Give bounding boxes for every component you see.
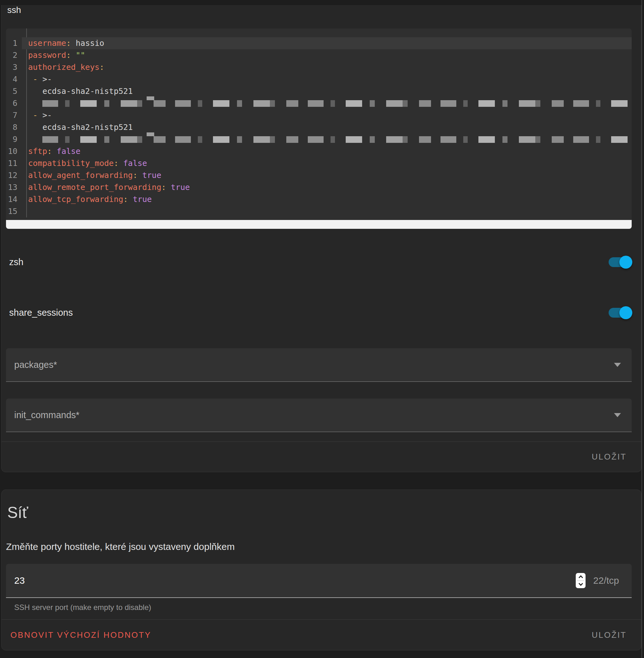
editor-line[interactable]: 7 - >- [6,109,632,121]
line-number: 6 [6,97,22,109]
code-token [128,194,133,205]
port-input-row: 22/tcp [6,564,632,598]
editor-line[interactable]: 15 [6,205,632,218]
code-token [137,169,142,181]
network-card: Síť Změňte porty hostitele, které jsou v… [1,490,642,651]
number-stepper-icon[interactable] [576,573,585,588]
toggle-thumb [619,256,632,269]
editor-line[interactable]: 8 ecdsa-sha2-nistp521 [6,121,632,133]
line-number: 11 [6,157,22,169]
code-token: - [33,73,38,85]
code-token: sftp [28,145,47,157]
editor-line[interactable]: 1username: hassio [6,37,632,49]
code-token: - [33,109,38,121]
code-content: ecdsa-sha2-nistp521 [22,121,632,133]
code-token: : [133,169,137,181]
code-token: false [123,157,147,169]
code-token: : [99,61,104,73]
editor-line[interactable]: 5 ecdsa-sha2-nistp521 [6,85,632,97]
container-port-suffix: 22/tcp [593,575,619,586]
port-helper-text: SSH server port (make empty to disable) [14,603,632,612]
code-content [22,205,632,218]
code-token: ecdsa-sha2-nistp521 [28,121,133,133]
code-token: allow_agent_forwarding [28,169,133,181]
code-content: allow_agent_forwarding: true [22,169,632,181]
code-token [52,145,56,157]
redacted-key-blur [42,100,632,107]
code-content: username: hassio [22,37,632,49]
chevron-down-icon [614,413,621,417]
code-token [71,49,75,61]
ssh-field-label: ssh [7,5,632,15]
editor-line[interactable]: 9 [6,133,632,145]
editor-horizontal-scrollbar[interactable] [6,220,632,229]
line-number: 10 [6,145,22,157]
code-token: "" [76,49,85,61]
code-token: allow_remote_port_forwarding [28,181,161,194]
editor-line[interactable]: 6 [6,97,632,109]
save-config-button[interactable]: ULOŽIT [592,452,627,462]
line-number: 3 [6,61,22,73]
ssh-port-input[interactable] [14,575,576,586]
line-number: 13 [6,181,22,194]
code-token: ecdsa-sha2-nistp521 [28,85,133,97]
network-title: Síť [7,504,632,521]
line-number: 4 [6,73,22,85]
code-token [28,109,33,121]
share-sessions-label: share_sessions [9,308,73,318]
editor-line[interactable]: 2password: "" [6,49,632,61]
yaml-editor-lines: 1username: hassio2password: ""3authorize… [6,28,632,218]
redacted-key-blur [42,136,632,143]
code-token: : [66,49,71,61]
init-commands-select[interactable]: init_commands* [6,399,632,432]
code-token: authorized_keys [28,61,99,73]
line-number: 7 [6,109,22,121]
init-commands-select-label: init_commands* [14,410,79,420]
code-content [22,133,632,145]
code-content: - >- [22,109,632,121]
code-token [118,157,123,169]
network-description: Změňte porty hostitele, které jsou vysta… [6,541,632,552]
code-token: : [114,157,118,169]
line-number: 9 [6,133,22,145]
chevron-up-icon [579,575,583,580]
network-card-footer: OBNOVIT VÝCHOZÍ HODNOTY ULOŽIT [2,619,641,650]
editor-line[interactable]: 11compatibility_mode: false [6,157,632,169]
code-token: : [123,194,128,205]
editor-line[interactable]: 4 - >- [6,73,632,85]
share-sessions-toggle-row: share_sessions [6,297,632,328]
line-number: 5 [6,85,22,97]
code-token: : [161,181,166,194]
chevron-down-icon [579,582,583,586]
code-token: compatibility_mode [28,157,114,169]
code-content: ecdsa-sha2-nistp521 [22,85,632,97]
editor-line[interactable]: 3authorized_keys: [6,61,632,73]
line-number: 2 [6,49,22,61]
code-content: password: "" [22,49,632,61]
zsh-toggle[interactable] [608,257,632,267]
packages-select[interactable]: packages* [6,348,632,382]
zsh-label: zsh [9,257,23,267]
code-content: sftp: false [22,145,632,157]
code-token [166,181,171,194]
line-number: 14 [6,194,22,205]
code-token: true [133,194,152,205]
line-number: 1 [6,37,22,49]
editor-line[interactable]: 13allow_remote_port_forwarding: true [6,181,632,194]
editor-line[interactable]: 10sftp: false [6,145,632,157]
share-sessions-toggle[interactable] [608,308,632,318]
code-token: true [171,181,190,194]
code-content [22,97,632,109]
code-token: false [56,145,80,157]
save-network-button[interactable]: ULOŽIT [592,630,627,640]
code-token: username [28,37,66,49]
toggle-thumb [619,306,632,319]
code-token: password [28,49,66,61]
code-content: compatibility_mode: false [22,157,632,169]
line-number: 12 [6,169,22,181]
yaml-editor[interactable]: 1username: hassio2password: ""3authorize… [6,28,632,229]
packages-select-label: packages* [14,360,57,370]
editor-line[interactable]: 14allow_tcp_forwarding: true [6,194,632,205]
editor-line[interactable]: 12allow_agent_forwarding: true [6,169,632,181]
reset-defaults-button[interactable]: OBNOVIT VÝCHOZÍ HODNOTY [10,630,152,640]
